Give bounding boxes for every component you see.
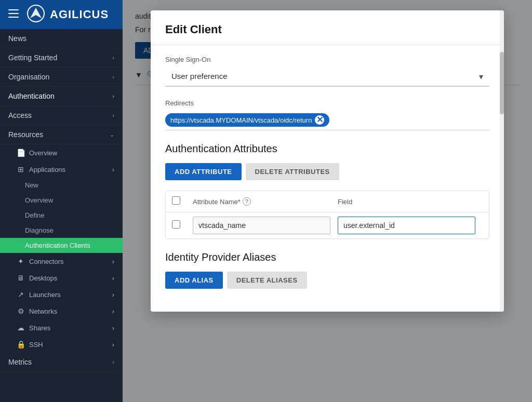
main-area: audit purposes. Usually these are create… (123, 0, 532, 402)
sidebar: AGILICUS News Getting Started › Organisa… (0, 0, 123, 402)
sidebar-item-define[interactable]: Define (0, 208, 123, 223)
auth-attributes-heading: Authentication Attributes (165, 143, 489, 155)
chevron-icon: › (112, 55, 114, 61)
sidebar-item-access[interactable]: Access › (0, 106, 123, 125)
redirects-label: Redirects (165, 99, 489, 107)
chevron-icon: ⌄ (110, 131, 114, 138)
field-col-header: Field (338, 198, 483, 206)
add-alias-button[interactable]: ADD ALIAS (165, 272, 223, 289)
sso-section: Single Sign-On User preference (165, 56, 489, 87)
field-input[interactable] (338, 217, 475, 234)
chevron-icon: › (112, 341, 114, 349)
attr-name-cell (193, 217, 338, 234)
add-attribute-button[interactable]: ADD ATTRIBUTE (165, 163, 242, 180)
doc-icon: 📄 (17, 149, 25, 157)
tag-remove-button[interactable]: ✕ (315, 115, 324, 125)
sidebar-item-auth-clients[interactable]: Authentication Clients (0, 238, 123, 253)
field-cell (338, 217, 483, 234)
sso-label: Single Sign-On (165, 56, 489, 63)
header-checkbox-col (172, 196, 193, 207)
grid-icon: ⊞ (17, 165, 25, 173)
sidebar-item-shares[interactable]: ☁ Shares › (0, 319, 123, 336)
sidebar-item-metrics[interactable]: Metrics › (0, 353, 123, 372)
identity-aliases-btn-group: ADD ALIAS DELETE ALIASES (165, 272, 489, 289)
redirects-section: Redirects https://vtscada.MYDOMAIN/vtsca… (165, 99, 489, 130)
select-all-checkbox[interactable] (172, 196, 180, 205)
chevron-icon: › (112, 359, 114, 365)
auth-attributes-btn-group: ADD ATTRIBUTE DELETE ATTRIBUTES (165, 163, 489, 180)
sidebar-item-authentication[interactable]: Authentication › (0, 87, 123, 106)
chevron-icon: › (112, 112, 114, 118)
identity-aliases-section: Identity Provider Aliases ADD ALIAS DELE… (165, 251, 489, 289)
sidebar-item-desktops[interactable]: 🖥 Desktops › (0, 270, 123, 286)
sidebar-nav: News Getting Started › Organisation › Au… (0, 29, 123, 402)
delete-aliases-button[interactable]: DELETE ALIASES (227, 272, 307, 289)
sidebar-item-ssh[interactable]: 🔒 SSH › (0, 336, 123, 353)
row-checkbox-col (172, 220, 193, 231)
sidebar-item-organisation[interactable]: Organisation › (0, 68, 123, 87)
sidebar-item-news[interactable]: News (0, 29, 123, 48)
sso-select-wrapper: User preference (165, 66, 489, 87)
chevron-icon: › (112, 274, 114, 282)
redirect-tag: https://vtscada.MYDOMAIN/vtscada/oidc/re… (165, 113, 329, 127)
chevron-icon: › (112, 324, 114, 332)
networks-icon: ⚙ (17, 307, 25, 315)
chevron-icon: › (112, 166, 114, 173)
attr-table-row (166, 212, 489, 238)
modal-scrollbar[interactable] (500, 10, 504, 312)
modal-overlay: Edit Client Single Sign-On User preferen… (123, 0, 532, 402)
modal-title: Edit Client (165, 23, 489, 36)
svg-rect-2 (8, 17, 19, 18)
modal-body: Single Sign-On User preference Redirects… (151, 45, 504, 312)
row-checkbox[interactable] (172, 220, 180, 229)
sidebar-item-applications[interactable]: ⊞ Applications › (0, 161, 123, 178)
delete-attributes-button[interactable]: DELETE ATTRIBUTES (246, 163, 339, 180)
chevron-icon: › (112, 258, 114, 265)
redirects-input-area[interactable]: https://vtscada.MYDOMAIN/vtscada/oidc/re… (165, 110, 489, 130)
sidebar-item-connectors[interactable]: ✦ Connectors › (0, 253, 123, 270)
sidebar-item-diagnose[interactable]: Diagnose (0, 223, 123, 238)
attribute-name-input[interactable] (193, 217, 330, 234)
svg-rect-0 (8, 9, 19, 10)
sidebar-header: AGILICUS (0, 0, 123, 29)
launchers-icon: ↗ (17, 290, 25, 299)
attr-table-header: Attribute Name* ? Field (166, 191, 489, 212)
svg-rect-1 (8, 13, 19, 14)
chevron-icon: › (112, 93, 114, 99)
attr-name-col-header: Attribute Name* ? (193, 197, 338, 206)
modal-header: Edit Client (151, 10, 504, 45)
sidebar-item-new[interactable]: New (0, 178, 123, 193)
sso-select[interactable]: User preference (165, 66, 489, 86)
hamburger-icon[interactable] (8, 9, 19, 20)
sidebar-item-overview[interactable]: 📄 Overview (0, 144, 123, 161)
attributes-table: Attribute Name* ? Field (165, 191, 489, 239)
connectors-icon: ✦ (17, 257, 25, 265)
sidebar-item-launchers[interactable]: ↗ Launchers › (0, 286, 123, 303)
chevron-icon: › (112, 74, 114, 80)
chevron-icon: › (112, 307, 114, 315)
desktops-icon: 🖥 (17, 274, 25, 282)
chevron-icon: › (112, 291, 114, 299)
sidebar-item-getting-started[interactable]: Getting Started › (0, 48, 123, 68)
edit-client-modal: Edit Client Single Sign-On User preferen… (151, 10, 504, 312)
auth-attributes-section: Authentication Attributes ADD ATTRIBUTE … (165, 143, 489, 239)
shares-icon: ☁ (17, 324, 25, 332)
sidebar-item-resources[interactable]: Resources ⌄ (0, 125, 123, 144)
help-icon[interactable]: ? (243, 197, 251, 206)
brand-logo (27, 5, 45, 24)
sidebar-item-networks[interactable]: ⚙ Networks › (0, 303, 123, 319)
brand-name: AGILICUS (50, 8, 109, 21)
ssh-icon: 🔒 (17, 340, 25, 349)
scroll-thumb[interactable] (500, 52, 504, 114)
identity-aliases-heading: Identity Provider Aliases (165, 251, 489, 263)
sidebar-item-overview2[interactable]: Overview (0, 193, 123, 208)
